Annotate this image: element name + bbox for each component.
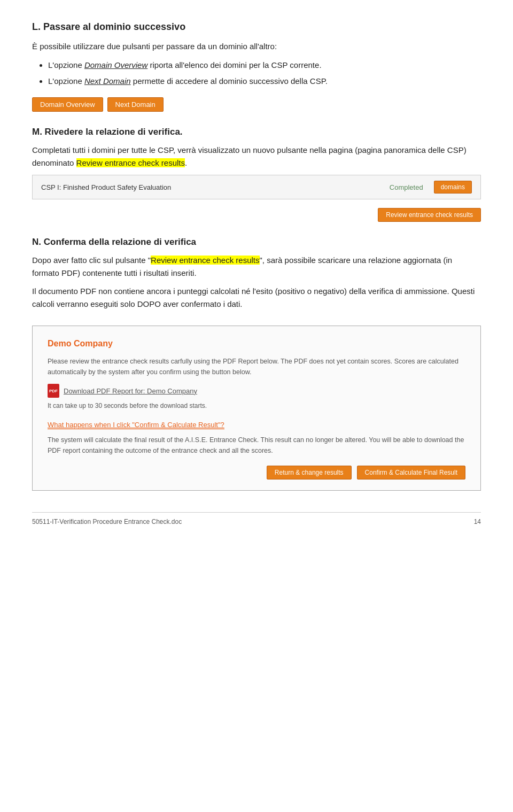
review-entrance-check-button[interactable]: Review entrance check results: [378, 208, 481, 222]
next-domain-term: Next Domain: [84, 76, 131, 86]
domain-overview-button[interactable]: Domain Overview: [32, 97, 103, 112]
review-entrance-check-highlight: Review entrance check results: [76, 158, 185, 167]
section-m-body: Completati tutti i domini per tutte le C…: [32, 144, 481, 169]
review-btn-row: Review entrance check results: [32, 208, 481, 222]
demo-intro-text: Please review the entrance check results…: [48, 356, 465, 377]
bullet1-pre: L'opzione: [48, 60, 84, 69]
pdf-note: It can take up to 30 seconds before the …: [48, 401, 465, 411]
pdf-download-link[interactable]: Download PDF Report for: Demo Company: [64, 387, 197, 395]
pdf-icon: PDF: [48, 384, 59, 398]
bullet-2: L'opzione Next Domain permette di accede…: [48, 74, 481, 88]
bullet1-post: riporta all'elenco dei domini per la CSP…: [147, 60, 321, 69]
demo-action-buttons: Return & change results Confirm & Calcul…: [48, 466, 465, 480]
csp-label: CSP I: Finished Product Safety Evaluatio…: [41, 183, 384, 191]
footer-right: 14: [474, 518, 481, 525]
section-l: L. Passare al dominio successivo È possi…: [32, 21, 481, 112]
return-change-results-button[interactable]: Return & change results: [267, 466, 352, 480]
confirm-text: The system will calculate the final resu…: [48, 435, 465, 456]
pdf-icon-label: PDF: [49, 389, 58, 393]
navigation-buttons: Domain Overview Next Domain: [32, 97, 481, 112]
section-m: M. Rivedere la relazione di verifica. Co…: [32, 127, 481, 222]
confirm-calculate-button[interactable]: Confirm & Calculate Final Result: [357, 466, 465, 480]
section-n: N. Conferma della relazione di verifica …: [32, 237, 481, 311]
demo-company-box: Demo Company Please review the entrance …: [32, 326, 481, 491]
domains-button[interactable]: domains: [434, 181, 472, 194]
bullet-1: L'opzione Domain Overview riporta all'el…: [48, 58, 481, 72]
what-happens-link[interactable]: What happens when I click "Confirm & Cal…: [48, 421, 224, 429]
section-n-body2: Il documento PDF non contiene ancora i p…: [32, 285, 481, 311]
bullet-list: L'opzione Domain Overview riporta all'el…: [48, 58, 481, 88]
bullet2-pre: L'opzione: [48, 76, 84, 86]
section-m-body-end: .: [185, 158, 187, 167]
bullet2-post: permette di accedere al dominio successi…: [131, 76, 328, 86]
demo-company-title: Demo Company: [48, 339, 465, 349]
section-l-heading: L. Passare al dominio successivo: [32, 21, 481, 33]
section-l-intro: È possibile utilizzare due pulsanti per …: [32, 40, 481, 53]
section-m-heading: M. Rivedere la relazione di verifica.: [32, 127, 481, 137]
pdf-download-row: PDF Download PDF Report for: Demo Compan…: [48, 384, 465, 398]
csp-row: CSP I: Finished Product Safety Evaluatio…: [32, 175, 481, 199]
section-n-body1: Dopo aver fatto clic sul pulsante "Revie…: [32, 254, 481, 280]
csp-status: Completed: [390, 183, 423, 191]
next-domain-button[interactable]: Next Domain: [107, 97, 164, 112]
footer-left: 50511-IT-Verification Procedure Entrance…: [32, 518, 182, 525]
review-entrance-highlight-2: Review entrance check results: [151, 256, 259, 265]
section-n-heading: N. Conferma della relazione di verifica: [32, 237, 481, 248]
footer: 50511-IT-Verification Procedure Entrance…: [32, 512, 481, 525]
domain-overview-term: Domain Overview: [84, 60, 147, 69]
section-n-body1-pre: Dopo aver fatto clic sul pulsante ": [32, 256, 151, 265]
